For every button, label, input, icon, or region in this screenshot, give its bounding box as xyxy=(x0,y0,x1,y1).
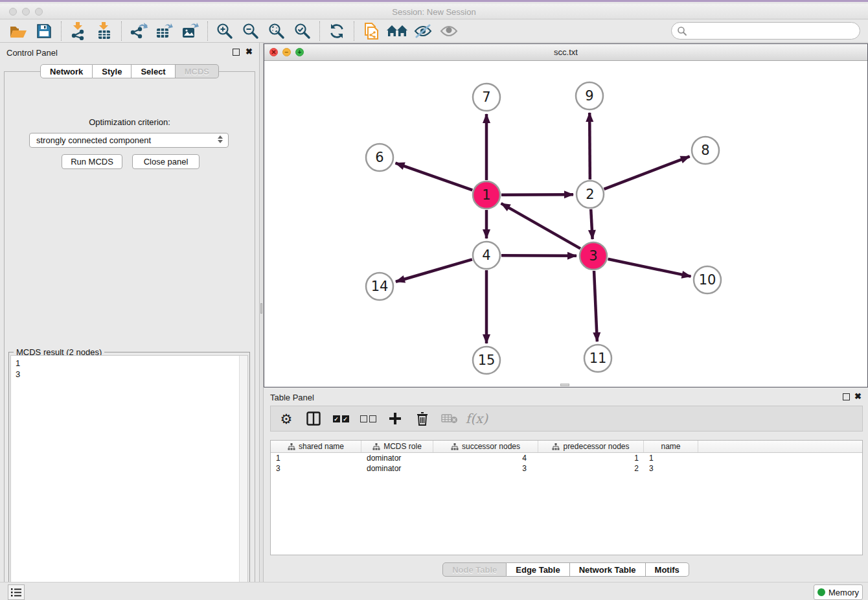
tab-network[interactable]: Network xyxy=(40,64,93,78)
cell-shared-name[interactable]: 1 xyxy=(271,453,361,463)
cell-name[interactable]: 1 xyxy=(644,453,698,463)
table-settings-button[interactable]: ⚙ xyxy=(277,410,295,428)
attribute-tree-icon xyxy=(288,443,295,450)
graph-node-label: 15 xyxy=(478,352,496,368)
column-label: name xyxy=(661,442,680,451)
graph-edge-2-9[interactable] xyxy=(589,113,590,179)
tab-network-table[interactable]: Network Table xyxy=(570,562,646,577)
tab-edge-table[interactable]: Edge Table xyxy=(507,562,569,577)
copy-network-button[interactable] xyxy=(358,21,384,41)
selected-criterion: strongly connected component xyxy=(36,135,151,145)
cell-mcds-role[interactable]: dominator xyxy=(361,453,433,463)
show-columns-button[interactable] xyxy=(304,410,323,428)
cell-shared-name[interactable]: 3 xyxy=(271,463,361,474)
export-network-button[interactable] xyxy=(126,21,152,41)
toolbar-separator xyxy=(121,21,122,41)
table-row[interactable]: 1 dominator 4 1 1 xyxy=(271,453,862,463)
task-history-button[interactable] xyxy=(8,584,25,600)
attribute-tree-icon xyxy=(451,443,459,450)
column-header-successor-nodes[interactable]: successor nodes xyxy=(433,441,538,452)
hide-selected-button[interactable] xyxy=(410,21,436,41)
zoom-out-button[interactable] xyxy=(238,21,264,41)
cell-successor-nodes[interactable]: 4 xyxy=(433,453,538,463)
graph-node-label: 7 xyxy=(482,89,490,105)
cell-name[interactable]: 3 xyxy=(644,463,698,474)
graph-edge-2-8[interactable] xyxy=(604,156,689,189)
graph-node-label: 6 xyxy=(375,150,383,165)
column-header-name[interactable]: name xyxy=(644,441,698,452)
close-panel-button[interactable]: Close panel xyxy=(132,154,200,169)
graph-node-label: 3 xyxy=(589,248,597,264)
import-table-icon xyxy=(96,22,113,40)
open-file-button[interactable] xyxy=(5,21,31,41)
checked-checkbox-icon: ✓ xyxy=(342,415,349,422)
select-all-columns-button[interactable]: ✓✓ xyxy=(332,410,350,428)
eye-slash-icon xyxy=(414,24,432,38)
home-button[interactable] xyxy=(384,21,410,41)
export-image-button[interactable] xyxy=(177,21,203,41)
toolbar-separator xyxy=(61,21,62,41)
cell-predecessor-nodes[interactable]: 2 xyxy=(538,463,644,474)
splitter-grip[interactable] xyxy=(260,303,262,314)
status-bar: Memory xyxy=(0,582,868,600)
float-panel-icon[interactable] xyxy=(233,49,240,56)
app-window: Session: New Session xyxy=(0,0,868,600)
graph-edge-2-3[interactable] xyxy=(591,209,592,239)
tab-motifs[interactable]: Motifs xyxy=(646,562,689,577)
show-all-button[interactable] xyxy=(436,21,462,41)
table-tabs: Node Table Edge Table Network Table Moti… xyxy=(264,562,868,577)
search-input[interactable] xyxy=(687,25,860,38)
search-box[interactable] xyxy=(671,22,860,40)
save-session-button[interactable] xyxy=(31,21,57,41)
close-panel-icon[interactable]: ✖ xyxy=(246,47,253,56)
zoom-selected-button[interactable] xyxy=(290,21,315,41)
unselect-all-columns-button[interactable] xyxy=(359,410,377,428)
optimization-criterion-select[interactable]: strongly connected component xyxy=(29,133,229,148)
window-title: Session: New Session xyxy=(0,7,868,17)
graph-edge-1-2[interactable] xyxy=(501,194,573,195)
run-mcds-button[interactable]: Run MCDS xyxy=(62,154,122,169)
zoom-in-button[interactable] xyxy=(212,21,238,41)
result-scrollbar[interactable] xyxy=(239,356,247,593)
zoom-fit-button[interactable] xyxy=(264,21,290,41)
graph-edge-4-3[interactable] xyxy=(501,255,577,256)
horizontal-splitter-grip[interactable] xyxy=(560,384,569,386)
delete-column-button[interactable] xyxy=(413,410,431,428)
float-table-panel-icon[interactable] xyxy=(843,393,850,400)
tab-node-table[interactable]: Node Table xyxy=(442,562,507,577)
network-canvas[interactable]: 7968124314101511 xyxy=(264,61,867,387)
export-table-button[interactable] xyxy=(152,21,177,41)
tab-select[interactable]: Select xyxy=(131,64,175,78)
zoom-fit-icon xyxy=(268,23,285,40)
network-window-titlebar[interactable]: ✕ − + scc.txt xyxy=(264,44,867,61)
tab-style[interactable]: Style xyxy=(93,64,131,78)
memory-button[interactable]: Memory xyxy=(814,584,863,600)
function-builder-button[interactable]: f(x) xyxy=(468,410,486,428)
create-column-button[interactable] xyxy=(386,410,404,428)
close-table-panel-icon[interactable]: ✖ xyxy=(854,391,862,401)
import-network-button[interactable] xyxy=(65,21,91,41)
cell-successor-nodes[interactable]: 3 xyxy=(433,463,538,474)
graph-edge-3-11[interactable] xyxy=(594,271,597,341)
tab-mcds[interactable]: MCDS xyxy=(176,64,219,78)
toolbar-separator xyxy=(319,21,320,41)
column-header-shared-name[interactable]: shared name xyxy=(271,441,361,452)
toolbar-separator xyxy=(354,21,354,41)
cell-mcds-role[interactable]: dominator xyxy=(361,463,433,474)
column-header-mcds-role[interactable]: MCDS role xyxy=(361,441,433,452)
graph-edge-4-14[interactable] xyxy=(396,259,472,281)
import-table-button[interactable] xyxy=(91,21,117,41)
mcds-panel: Optimization criterion: strongly connect… xyxy=(4,71,255,599)
delete-table-button[interactable] xyxy=(440,410,459,428)
graph-edge-3-1[interactable] xyxy=(501,203,580,249)
vertical-splitter[interactable] xyxy=(259,43,264,582)
graph-edge-3-10[interactable] xyxy=(608,259,691,277)
copy-network-icon xyxy=(363,22,380,40)
column-header-predecessor-nodes[interactable]: predecessor nodes xyxy=(538,441,644,452)
cell-predecessor-nodes[interactable]: 1 xyxy=(538,453,644,463)
refresh-button[interactable] xyxy=(324,21,350,41)
graph-edge-1-6[interactable] xyxy=(396,163,473,190)
attribute-tree-icon xyxy=(372,443,380,450)
table-row[interactable]: 3 dominator 3 2 3 xyxy=(271,463,862,474)
cell-filler xyxy=(698,463,862,474)
